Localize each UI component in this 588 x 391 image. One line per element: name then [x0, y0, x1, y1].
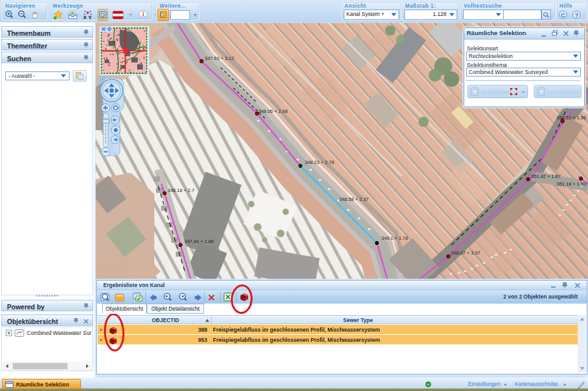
- svg-text:C: C: [561, 11, 566, 18]
- svg-text:?: ?: [575, 11, 578, 18]
- svg-text:347,94 + 2.86: 347,94 + 2.86: [184, 239, 214, 244]
- svg-text:351.42 + 1.87: 351.42 + 1.87: [531, 173, 561, 179]
- svg-text:349.1 + 1.78: 349.1 + 1.78: [381, 235, 408, 241]
- svg-text:348.18 + 2.7: 348.18 + 2.7: [168, 188, 195, 193]
- svg-text:Y: Y: [89, 15, 92, 20]
- svg-text:348.06 + 2.98: 348.06 + 2.98: [258, 108, 288, 114]
- svg-text:347.93 + 3.12: 347.93 + 3.12: [205, 55, 234, 61]
- svg-text:348.23 + 2.78: 348.23 + 2.78: [305, 159, 334, 165]
- svg-text:348.07 + 3.37: 348.07 + 3.37: [451, 250, 480, 256]
- svg-text:X: X: [84, 15, 87, 20]
- svg-text:348.58 + 2.37: 348.58 + 2.37: [339, 196, 369, 202]
- svg-text:353.52 + 1.56: 353.52 + 1.56: [557, 115, 586, 121]
- svg-text:351.18 + 1.93: 351.18 + 1.93: [557, 181, 586, 187]
